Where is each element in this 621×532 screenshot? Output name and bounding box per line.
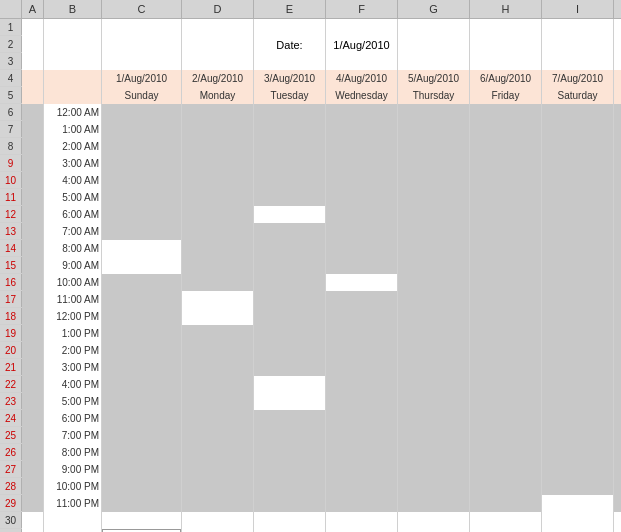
r22-j (614, 376, 621, 393)
row-num-25: 25 (0, 427, 22, 443)
row-4-dates: 4 1/Aug/2010 2/Aug/2010 3/Aug/2010 4/Aug… (0, 70, 621, 87)
r24-e (254, 410, 326, 427)
r24-i (542, 410, 614, 427)
row-num-10: 10 (0, 172, 22, 188)
r21-f (326, 359, 398, 376)
r29-e (254, 495, 326, 512)
row-21: 21 3:00 PM (0, 359, 621, 376)
r16-a (22, 274, 44, 291)
r8-d (182, 138, 254, 155)
r18-i (542, 308, 614, 325)
r29-f (326, 495, 398, 512)
r25-j (614, 427, 621, 444)
r3-f (326, 53, 398, 70)
time-7am: 7:00 AM (44, 223, 102, 240)
r12-h (470, 206, 542, 223)
row-num-3: 3 (0, 53, 22, 69)
r10-d (182, 172, 254, 189)
r26-g (398, 444, 470, 461)
r20-i (542, 342, 614, 359)
r7-g (398, 121, 470, 138)
r19-g (398, 325, 470, 342)
r23-c (102, 393, 182, 410)
r6-f (326, 104, 398, 121)
r13-h (470, 223, 542, 240)
date-value: 1/Aug/2010 (326, 36, 398, 53)
r1-b (44, 19, 102, 36)
row-25: 25 7:00 PM (0, 427, 621, 444)
row-num-22: 22 (0, 376, 22, 392)
r6-e (254, 104, 326, 121)
r10-j (614, 172, 621, 189)
r27-e (254, 461, 326, 478)
r28-g (398, 478, 470, 495)
day-tue: Tuesday (254, 87, 326, 104)
r16-d (182, 274, 254, 291)
r30-c (102, 512, 182, 529)
r11-f (326, 189, 398, 206)
r19-d (182, 325, 254, 342)
r2-j (614, 36, 621, 53)
r23-j (614, 393, 621, 410)
r27-a (22, 461, 44, 478)
r13-d (182, 223, 254, 240)
row-num-14: 14 (0, 240, 22, 256)
row-17: 17 11:00 AM (0, 291, 621, 308)
time-5am: 5:00 AM (44, 189, 102, 206)
day-header-b (44, 87, 102, 104)
r23-e-tue (254, 393, 326, 410)
r15-h (470, 257, 542, 274)
r26-i (542, 444, 614, 461)
r3-j (614, 53, 621, 70)
r10-e (254, 172, 326, 189)
r20-d (182, 342, 254, 359)
r7-h (470, 121, 542, 138)
col-header-i: I (542, 0, 614, 18)
r16-i (542, 274, 614, 291)
time-11pm: 11:00 PM (44, 495, 102, 512)
r23-d (182, 393, 254, 410)
r13-i (542, 223, 614, 240)
r15-a (22, 257, 44, 274)
col-header-e: E (254, 0, 326, 18)
r16-g (398, 274, 470, 291)
row-num-30: 30 (0, 512, 22, 528)
r7-a (22, 121, 44, 138)
r12-j (614, 206, 621, 223)
r13-c (102, 223, 182, 240)
time-3pm: 3:00 PM (44, 359, 102, 376)
r21-h (470, 359, 542, 376)
r9-i (542, 155, 614, 172)
row-22: 22 4:00 PM (0, 376, 621, 393)
r2-i (542, 36, 614, 53)
row-6: 6 12:00 AM (0, 104, 621, 121)
row-num-8: 8 (0, 138, 22, 154)
r27-c (102, 461, 182, 478)
time-5pm: 5:00 PM (44, 393, 102, 410)
r6-j (614, 104, 621, 121)
r9-a (22, 155, 44, 172)
r28-a (22, 478, 44, 495)
r7-f (326, 121, 398, 138)
date-thu: 5/Aug/2010 (398, 70, 470, 87)
r2-c (102, 36, 182, 53)
r30-j (614, 512, 621, 529)
r24-j (614, 410, 621, 427)
r8-i (542, 138, 614, 155)
r21-g (398, 359, 470, 376)
row-num-26: 26 (0, 444, 22, 460)
r18-c (102, 308, 182, 325)
r17-a (22, 291, 44, 308)
row-23: 23 5:00 PM (0, 393, 621, 410)
row-num-23: 23 (0, 393, 22, 409)
r29-a (22, 495, 44, 512)
time-3am: 3:00 AM (44, 155, 102, 172)
r11-h (470, 189, 542, 206)
r7-j (614, 121, 621, 138)
r18-e (254, 308, 326, 325)
row-num-27: 27 (0, 461, 22, 477)
r1-e (254, 19, 326, 36)
r8-h (470, 138, 542, 155)
row-14: 14 8:00 AM (0, 240, 621, 257)
r26-c (102, 444, 182, 461)
